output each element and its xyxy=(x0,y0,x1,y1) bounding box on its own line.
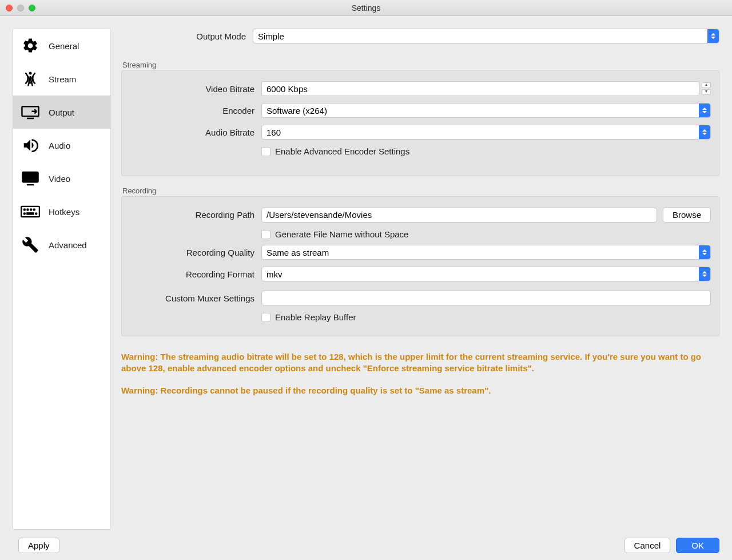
ok-button[interactable]: OK xyxy=(676,538,719,553)
sidebar-item-label: General xyxy=(49,41,79,51)
streaming-section: Video Bitrate ▲ ▼ Encoder xyxy=(121,70,719,176)
sidebar-item-hotkeys[interactable]: Hotkeys xyxy=(13,195,110,228)
streaming-section-header: Streaming xyxy=(121,61,719,69)
svg-rect-2 xyxy=(22,172,38,182)
encoder-select[interactable]: Software (x264) xyxy=(261,103,711,118)
chevron-updown-icon xyxy=(699,245,710,259)
svg-point-9 xyxy=(24,213,25,214)
speaker-icon xyxy=(19,137,42,154)
output-mode-value: Simple xyxy=(258,31,284,41)
audio-bitrate-value: 160 xyxy=(266,128,281,137)
generate-filename-checkbox[interactable] xyxy=(261,230,270,239)
keyboard-icon xyxy=(19,203,42,220)
stepper-down-icon[interactable]: ▼ xyxy=(702,89,711,95)
svg-rect-4 xyxy=(21,206,39,217)
browse-button[interactable]: Browse xyxy=(663,207,711,223)
stepper-up-icon[interactable]: ▲ xyxy=(702,82,711,88)
recording-format-value: mkv xyxy=(266,269,283,279)
sidebar-item-label: Audio xyxy=(49,141,70,150)
output-icon xyxy=(19,104,42,121)
sidebar-item-video[interactable]: Video xyxy=(13,162,110,195)
sidebar-item-output[interactable]: Output xyxy=(13,96,110,129)
generate-filename-label: Generate File Name without Space xyxy=(275,229,408,239)
warnings: Warning: The streaming audio bitrate wil… xyxy=(121,351,719,407)
sidebar-item-advanced[interactable]: Advanced xyxy=(13,228,110,261)
svg-rect-10 xyxy=(27,213,33,214)
sidebar-item-label: Advanced xyxy=(49,240,87,250)
recording-section-header: Recording xyxy=(121,186,719,195)
gear-icon xyxy=(19,37,42,54)
audio-bitrate-label: Audio Bitrate xyxy=(130,128,261,137)
content-area: Output Mode Simple Streaming Video Bitra… xyxy=(121,29,719,530)
enable-replay-buffer-checkbox[interactable] xyxy=(261,313,270,322)
output-mode-select[interactable]: Simple xyxy=(253,29,719,43)
svg-point-7 xyxy=(30,209,31,210)
encoder-label: Encoder xyxy=(130,106,261,116)
titlebar: Settings xyxy=(0,0,732,16)
recording-section: Recording Path Browse Generate File Name… xyxy=(121,196,719,336)
apply-button[interactable]: Apply xyxy=(18,538,59,553)
chevron-updown-icon xyxy=(699,267,710,281)
video-bitrate-label: Video Bitrate xyxy=(130,84,261,94)
custom-muxer-label: Custom Muxer Settings xyxy=(130,293,261,303)
output-mode-label: Output Mode xyxy=(121,31,253,41)
footer: Apply Cancel OK xyxy=(13,530,719,553)
svg-point-5 xyxy=(24,209,25,210)
enable-advanced-encoder-label: Enable Advanced Encoder Settings xyxy=(275,146,409,156)
recording-format-label: Recording Format xyxy=(130,269,261,279)
enable-replay-buffer-label: Enable Replay Buffer xyxy=(275,312,356,322)
sidebar-item-label: Stream xyxy=(49,74,76,84)
sidebar-item-stream[interactable]: Stream xyxy=(13,62,110,96)
chevron-updown-icon xyxy=(699,104,710,117)
cancel-button[interactable]: Cancel xyxy=(624,538,671,553)
recording-quality-label: Recording Quality xyxy=(130,248,261,257)
sidebar-item-general[interactable]: General xyxy=(13,29,110,62)
window-title: Settings xyxy=(0,3,732,13)
encoder-value: Software (x264) xyxy=(266,106,327,116)
recording-quality-value: Same as stream xyxy=(266,248,329,257)
sidebar-item-label: Output xyxy=(49,108,74,117)
audio-bitrate-select[interactable]: 160 xyxy=(261,125,711,140)
recording-path-input[interactable] xyxy=(261,208,657,223)
recording-format-select[interactable]: mkv xyxy=(261,267,711,281)
warning-text-1: Warning: The streaming audio bitrate wil… xyxy=(121,351,719,375)
chevron-updown-icon xyxy=(707,29,719,43)
enable-advanced-encoder-checkbox[interactable] xyxy=(261,147,270,156)
svg-point-11 xyxy=(35,213,37,214)
monitor-icon xyxy=(19,170,42,187)
sidebar-item-label: Video xyxy=(49,174,70,184)
svg-point-8 xyxy=(34,209,35,210)
chevron-updown-icon xyxy=(699,125,710,139)
sidebar-item-label: Hotkeys xyxy=(49,207,79,217)
svg-point-6 xyxy=(27,209,28,210)
antenna-icon xyxy=(19,70,42,88)
sidebar-item-audio[interactable]: Audio xyxy=(13,129,110,162)
custom-muxer-input[interactable] xyxy=(261,291,711,305)
warning-text-2: Warning: Recordings cannot be paused if … xyxy=(121,385,719,396)
recording-path-label: Recording Path xyxy=(130,210,261,220)
recording-quality-select[interactable]: Same as stream xyxy=(261,245,711,260)
tools-icon xyxy=(19,236,42,253)
video-bitrate-input[interactable] xyxy=(261,81,699,96)
sidebar: General Stream Output Audio xyxy=(13,29,111,530)
